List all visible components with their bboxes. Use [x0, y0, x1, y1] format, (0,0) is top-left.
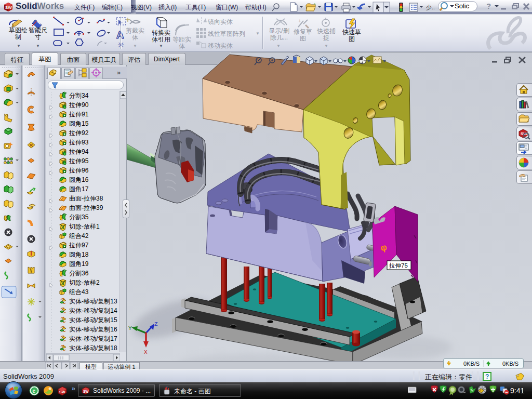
svg-text:0KB/S: 0KB/S	[463, 361, 480, 367]
svg-text:Z: Z	[154, 321, 158, 327]
svg-text:X: X	[144, 349, 148, 355]
svg-text:SW: SW	[59, 390, 65, 394]
svg-text:Y: Y	[128, 325, 132, 331]
svg-text:拉伸75: 拉伸75	[389, 262, 408, 269]
svg-text:+: +	[298, 18, 301, 24]
svg-text:0KB/S: 0KB/S	[502, 361, 518, 367]
svg-text:»: »	[72, 385, 75, 392]
svg-text:e: e	[33, 388, 36, 394]
svg-text:少..: 少..	[426, 4, 435, 10]
svg-text:SW: SW	[5, 5, 12, 10]
svg-text:!: !	[481, 389, 482, 393]
svg-text:SW: SW	[83, 390, 89, 393]
